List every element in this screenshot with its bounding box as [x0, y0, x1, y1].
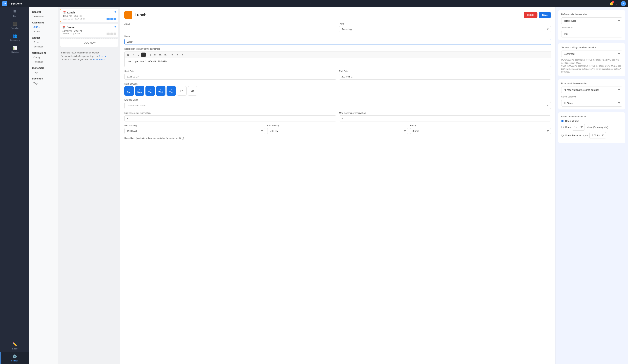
sec-header-widget[interactable]: Widget: [29, 35, 58, 40]
last-seating-select[interactable]: 5:00 PM: [267, 128, 408, 134]
sec-item-messages[interactable]: Messages: [29, 45, 58, 49]
open-before-select[interactable]: 1h 30min 2h: [572, 124, 585, 131]
settings-panel: Define available covers by: Total covers…: [555, 7, 628, 364]
sec-header-availability[interactable]: Availability: [29, 20, 58, 25]
first-seating-label: First Seating: [124, 124, 265, 127]
shifts-info: Shifts are recurring and cannot overlap.…: [58, 49, 120, 64]
h2-button[interactable]: H₂: [158, 53, 162, 57]
sec-item-restaurant[interactable]: Restaurant: [29, 14, 58, 19]
shift-status-dot: [115, 11, 116, 12]
nav-prev-button[interactable]: ‹: [9, 2, 10, 5]
first-seating-select[interactable]: 11:00 AM: [124, 128, 265, 134]
italic-button[interactable]: I: [131, 53, 136, 57]
sec-item-bookings-tags[interactable]: Tags: [29, 81, 58, 85]
exclude-dates-dropdown[interactable]: Click to add dates ▾: [124, 102, 551, 109]
start-date-input[interactable]: [124, 74, 336, 80]
sec-section-customers: Customers Tags: [29, 66, 58, 75]
duration-label: Duration of the reservation: [561, 82, 622, 85]
sec-item-customers-tags[interactable]: Tags: [29, 70, 58, 75]
sidebar-item-settings[interactable]: ⚙️ Settings: [0, 352, 29, 364]
day-sun[interactable]: ✓Sun: [124, 86, 134, 96]
select-duration-select[interactable]: 1h 30min 30min 1h 2h: [561, 100, 622, 107]
sec-header-bookings[interactable]: Bookings: [29, 76, 58, 81]
save-button[interactable]: Save: [539, 12, 551, 18]
align-right-button[interactable]: ≡: [180, 53, 185, 57]
day-thu[interactable]: ✓Thu: [166, 86, 176, 96]
sidebar-item-statistics[interactable]: 📊 Statistics: [0, 43, 29, 55]
sidebar-item-floorplan[interactable]: ⬛ Floorplan: [0, 19, 29, 31]
sidebar: ☰ List ⬛ Floorplan 👥 Customers 📊 Statist…: [0, 7, 29, 364]
define-covers-select[interactable]: Total covers Per table Tables: [561, 17, 622, 24]
sec-section-availability: Availability Shifts Events: [29, 20, 58, 34]
day-fri[interactable]: Fri: [177, 86, 187, 96]
sidebar-item-label: Editor: [12, 348, 17, 350]
sidebar-item-editor[interactable]: ✏️ Editor: [0, 340, 29, 352]
sec-item-form[interactable]: Form: [29, 40, 58, 45]
status-section: Set new bookings received to status: Con…: [558, 43, 625, 76]
shifts-panel: 📅 Lunch 11:00 AM - 5:00 PM 2023-01-27 | …: [58, 7, 120, 364]
open-same-day-select[interactable]: 8:00 AM 6:00 AM 7:00 AM 9:00 AM: [589, 132, 606, 139]
add-new-button[interactable]: + ADD NEW: [60, 39, 118, 47]
events-link[interactable]: Events: [99, 55, 106, 58]
shift-card-dinner[interactable]: 📅 Dinner 12:00 PM - 1:00 PM 2023-01-27 |…: [60, 24, 118, 37]
align-left-button[interactable]: ≡: [170, 53, 174, 57]
status-select[interactable]: Confirmed Pending: [561, 51, 622, 57]
secondary-sidebar: General Restaurant Availability Shifts E…: [29, 7, 58, 364]
name-input[interactable]: [124, 39, 551, 45]
highlight-button[interactable]: H: [141, 53, 146, 57]
type-label: Type: [339, 22, 551, 25]
max-covers-input[interactable]: [339, 115, 551, 121]
sidebar-item-customers[interactable]: 👥 Customers: [0, 31, 29, 43]
sec-header-notifications[interactable]: Notifications: [29, 50, 58, 55]
sec-item-config[interactable]: Config: [29, 55, 58, 60]
sec-section-notifications: Notifications Config Templates: [29, 50, 58, 64]
sidebar-item-list[interactable]: ☰ List: [0, 7, 29, 19]
exclude-dates-row: Exclude Dates Click to add dates ▾: [124, 99, 551, 109]
covers-section: Define available covers by: Total covers…: [558, 10, 625, 40]
day-sat[interactable]: Sat: [188, 86, 197, 96]
day-mon[interactable]: ✓Mon: [135, 86, 144, 96]
bold-button[interactable]: B: [126, 53, 130, 57]
every-select[interactable]: 30min 15min 45min 60min: [410, 128, 551, 134]
sec-item-templates[interactable]: Templates: [29, 60, 58, 64]
customers-icon: 👥: [12, 33, 17, 38]
sec-section-widget: Widget Form Messages: [29, 35, 58, 49]
rte-toolbar: B I U H ¶ H₁ H₂ H₃ ≡ ≡ ≡: [124, 51, 551, 58]
sec-header-customers[interactable]: Customers: [29, 66, 58, 70]
align-center-button[interactable]: ≡: [175, 53, 179, 57]
shift-name-dinner: Dinner: [67, 26, 75, 29]
detail-panel: Lunch Delete Save Active Type Recurring …: [120, 7, 555, 364]
nav-next-button[interactable]: ›: [310, 2, 311, 5]
description-editor[interactable]: Lunch open from 11:00AM to 10:00PM: [124, 58, 551, 67]
paragraph-button[interactable]: ¶: [148, 53, 152, 57]
expand-icon[interactable]: ⛶: [616, 2, 619, 5]
end-date-input[interactable]: [339, 74, 551, 80]
avatar[interactable]: A: [621, 1, 626, 6]
total-covers-input[interactable]: [561, 31, 622, 37]
list-icon: ☰: [13, 9, 16, 14]
shift-status-dot-dinner: [115, 26, 116, 27]
underline-button[interactable]: U: [136, 53, 141, 57]
main-area: 📅 Lunch 11:00 AM - 5:00 PM 2023-01-27 | …: [58, 7, 628, 364]
day-tue[interactable]: ✓Tue: [146, 86, 155, 96]
h3-button[interactable]: H₃: [163, 53, 168, 57]
delete-button[interactable]: Delete: [524, 12, 538, 18]
max-covers-label: Max Covers per reservation: [339, 112, 551, 114]
block-hours-link[interactable]: Block Hours: [93, 58, 105, 61]
define-covers-label: Define available covers by:: [561, 13, 622, 16]
duration-select[interactable]: All reservations the same duration By co…: [561, 86, 622, 93]
shift-card-lunch[interactable]: 📅 Lunch 11:00 AM - 5:00 PM 2023-01-27 | …: [60, 9, 118, 22]
day-wed[interactable]: ✓Wed: [156, 86, 165, 96]
name-label: Name: [124, 35, 551, 38]
sec-header-general[interactable]: General: [29, 9, 58, 14]
sec-item-shifts[interactable]: Shifts: [29, 25, 58, 29]
online-label: OPEN online reservations: [561, 115, 622, 118]
notification-button[interactable]: 🔔 4: [610, 2, 614, 6]
last-seating-label: Last Seating: [267, 124, 408, 127]
sec-item-events[interactable]: Events: [29, 29, 58, 34]
min-covers-input[interactable]: [124, 115, 336, 121]
shift-time-dinner: 12:00 PM - 1:00 PM: [62, 30, 116, 32]
h1-button[interactable]: H₁: [153, 53, 157, 57]
start-date-label: Start Date: [124, 70, 336, 73]
type-select[interactable]: Recurring One-time: [339, 26, 551, 32]
